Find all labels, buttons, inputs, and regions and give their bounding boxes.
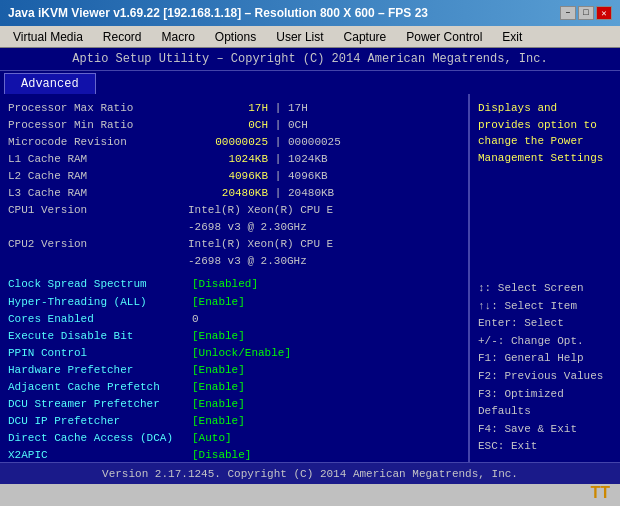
menu-item-record[interactable]: Record: [94, 27, 151, 47]
help-text: Displays and provides option to change t…: [478, 100, 612, 166]
bios-sep: |: [268, 168, 288, 185]
bios-val2: 1024KB: [288, 151, 460, 168]
menu-bar: Virtual MediaRecordMacroOptionsUser List…: [0, 26, 620, 48]
bios-val2: 00000025: [288, 134, 460, 151]
bios-cpu-val: Intel(R) Xeon(R) CPU E: [188, 236, 333, 253]
tab-advanced[interactable]: Advanced: [4, 73, 96, 94]
table-row: -2698 v3 @ 2.30GHz: [8, 219, 460, 236]
bios-label: L1 Cache RAM: [8, 151, 188, 168]
help-key-item: F4: Save & Exit: [478, 421, 612, 439]
menu-item-exit[interactable]: Exit: [493, 27, 531, 47]
table-row: Processor Min Ratio 0CH | 0CH: [8, 117, 460, 134]
window-title: Java iKVM Viewer v1.69.22 [192.168.1.18]…: [8, 6, 428, 20]
table-row: Clock Spread Spectrum [Disabled]: [8, 276, 460, 293]
maximize-button[interactable]: □: [578, 6, 594, 20]
bios-bracket-val: [Enable]: [192, 328, 245, 345]
bios-label: L2 Cache RAM: [8, 168, 188, 185]
table-row: L1 Cache RAM 1024KB | 1024KB: [8, 151, 460, 168]
help-key-item: Enter: Select: [478, 315, 612, 333]
bios-label: Cores Enabled: [8, 311, 188, 328]
bios-label: [8, 253, 188, 270]
bios-label: CPU2 Version: [8, 236, 188, 253]
bios-label: Execute Disable Bit: [8, 328, 188, 345]
menu-item-macro[interactable]: Macro: [153, 27, 204, 47]
bios-bracket-val: [Enable]: [192, 413, 245, 430]
menu-item-user-list[interactable]: User List: [267, 27, 332, 47]
table-row: Microcode Revision 00000025 | 00000025: [8, 134, 460, 151]
bios-sep: |: [268, 117, 288, 134]
bios-label: DCU Streamer Prefetcher: [8, 396, 188, 413]
table-row: Adjacent Cache Prefetch [Enable]: [8, 379, 460, 396]
bios-label: Direct Cache Access (DCA): [8, 430, 188, 447]
bios-val2: 4096KB: [288, 168, 460, 185]
help-key-item: +/-: Change Opt.: [478, 333, 612, 351]
table-row: Processor Max Ratio 17H | 17H: [8, 100, 460, 117]
bios-bracket-val: 0: [192, 311, 199, 328]
table-row: -2698 v3 @ 2.30GHz: [8, 253, 460, 270]
bios-label: Clock Spread Spectrum: [8, 276, 188, 293]
table-row: DCU IP Prefetcher [Enable]: [8, 413, 460, 430]
bios-label: CPU1 Version: [8, 202, 188, 219]
bios-bracket-val: [Enable]: [192, 379, 245, 396]
bios-val2: 0CH: [288, 117, 460, 134]
help-key-item: ↑↓: Select Item: [478, 298, 612, 316]
help-key-item: ESC: Exit: [478, 438, 612, 456]
table-row: Hardware Prefetcher [Enable]: [8, 362, 460, 379]
help-key-item: F2: Previous Values: [478, 368, 612, 386]
table-row: DCU Streamer Prefetcher [Enable]: [8, 396, 460, 413]
bios-val2: 20480KB: [288, 185, 460, 202]
table-row: PPIN Control [Unlock/Enable]: [8, 345, 460, 362]
bios-bracket-val: [Disabled]: [192, 276, 258, 293]
bios-label: L3 Cache RAM: [8, 185, 188, 202]
bios-val1: 00000025: [188, 134, 268, 151]
table-row: Direct Cache Access (DCA) [Auto]: [8, 430, 460, 447]
menu-item-power-control[interactable]: Power Control: [397, 27, 491, 47]
bios-sep: |: [268, 134, 288, 151]
bios-val1: 0CH: [188, 117, 268, 134]
table-row: Execute Disable Bit [Enable]: [8, 328, 460, 345]
tab-row: Advanced: [0, 71, 620, 94]
table-row: CPU1 Version Intel(R) Xeon(R) CPU E: [8, 202, 460, 219]
bios-label: Adjacent Cache Prefetch: [8, 379, 188, 396]
help-key-item: F1: General Help: [478, 350, 612, 368]
table-row: CPU2 Version Intel(R) Xeon(R) CPU E: [8, 236, 460, 253]
bios-val2: 17H: [288, 100, 460, 117]
table-row: Cores Enabled 0: [8, 311, 460, 328]
bios-label: Processor Min Ratio: [8, 117, 188, 134]
bios-val1: 4096KB: [188, 168, 268, 185]
menu-item-capture[interactable]: Capture: [335, 27, 396, 47]
bios-label: DCU IP Prefetcher: [8, 413, 188, 430]
bios-val1: 1024KB: [188, 151, 268, 168]
bios-cpu-line: -2698 v3 @ 2.30GHz: [188, 253, 307, 270]
close-button[interactable]: ✕: [596, 6, 612, 20]
table-row: Hyper-Threading (ALL) [Enable]: [8, 294, 460, 311]
bios-bracket-val: [Enable]: [192, 396, 245, 413]
main-panel: Processor Max Ratio 17H | 17H Processor …: [0, 94, 470, 462]
bios-header: Aptio Setup Utility – Copyright (C) 2014…: [0, 48, 620, 71]
bios-cpu-val: Intel(R) Xeon(R) CPU E: [188, 202, 333, 219]
bios-label: Hardware Prefetcher: [8, 362, 188, 379]
help-key-item: F3: Optimized Defaults: [478, 386, 612, 421]
bios-val1: 17H: [188, 100, 268, 117]
bios-val1: 20480KB: [188, 185, 268, 202]
bios-bracket-val: [Enable]: [192, 362, 245, 379]
bios-label: Microcode Revision: [8, 134, 188, 151]
bios-bracket-val: [Auto]: [192, 430, 232, 447]
menu-item-virtual-media[interactable]: Virtual Media: [4, 27, 92, 47]
help-panel: Displays and provides option to change t…: [470, 94, 620, 462]
bios-label: Processor Max Ratio: [8, 100, 188, 117]
bios-bracket-val: [Enable]: [192, 294, 245, 311]
window-controls: – □ ✕: [560, 6, 612, 20]
bios-cpu-line: -2698 v3 @ 2.30GHz: [188, 219, 307, 236]
bios-label: PPIN Control: [8, 345, 188, 362]
bios-sep: |: [268, 151, 288, 168]
help-key-item: ↕: Select Screen: [478, 280, 612, 298]
bios-bracket-val: [Unlock/Enable]: [192, 345, 291, 362]
minimize-button[interactable]: –: [560, 6, 576, 20]
bios-bracket-val: [Disable]: [192, 447, 251, 462]
title-bar: Java iKVM Viewer v1.69.22 [192.168.1.18]…: [0, 0, 620, 26]
status-bar: Version 2.17.1245. Copyright (C) 2014 Am…: [0, 462, 620, 484]
bios-label: X2APIC: [8, 447, 188, 462]
menu-item-options[interactable]: Options: [206, 27, 265, 47]
tt-logo: TT: [590, 484, 610, 502]
